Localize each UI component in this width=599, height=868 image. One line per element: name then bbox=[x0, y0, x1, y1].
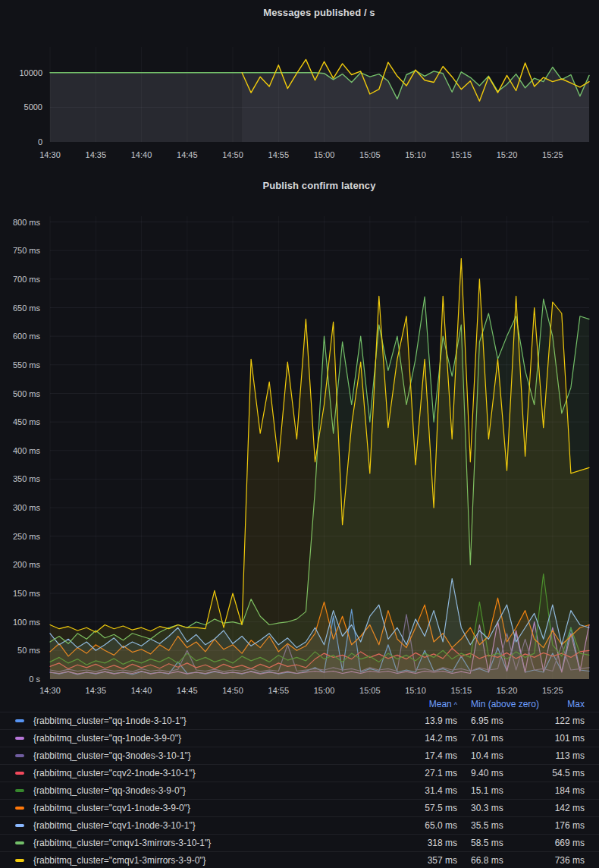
x-tick-label: 15:15 bbox=[451, 150, 472, 159]
x-tick-label: 15:00 bbox=[314, 686, 335, 695]
stat-max: 142 ms bbox=[541, 803, 585, 813]
time-series-charts[interactable]: 050001000014:3014:3514:4014:4514:5014:55… bbox=[0, 0, 599, 697]
legend-row[interactable]: {rabbitmq_cluster="cqv1-1node-3-10-1"}65… bbox=[0, 816, 599, 834]
stat-min: 30.3 ms bbox=[457, 803, 541, 813]
series-label[interactable]: {rabbitmq_cluster="cqv1-1node-3-10-1"} bbox=[15, 820, 390, 831]
y-tick-label: 600 ms bbox=[13, 332, 41, 341]
grafana-dashboard: Messages published / s Publish confirm l… bbox=[0, 0, 599, 868]
y-tick-label: 550 ms bbox=[13, 360, 41, 370]
stat-min: 7.01 ms bbox=[457, 733, 541, 744]
stat-mean: 57.5 ms bbox=[390, 803, 457, 813]
series-label-text: {rabbitmq_cluster="cqv1-1node-3-10-1"} bbox=[33, 820, 196, 831]
legend-header-row: Mean^ Min (above zero) Max bbox=[0, 697, 599, 712]
stat-min: 15.1 ms bbox=[457, 785, 541, 796]
series-color-swatch bbox=[15, 737, 24, 740]
y-tick-label: 150 ms bbox=[13, 589, 41, 598]
stat-min: 9.40 ms bbox=[457, 768, 541, 778]
stat-max: 54.5 ms bbox=[541, 768, 585, 778]
legend-row[interactable]: {rabbitmq_cluster="cmqv1-3mirrors-3-9-0"… bbox=[0, 851, 599, 868]
series-color-swatch bbox=[15, 807, 24, 810]
y-tick-label: 100 ms bbox=[13, 618, 41, 627]
x-tick-label: 14:45 bbox=[177, 150, 198, 159]
legend-row[interactable]: {rabbitmq_cluster="cqv2-1node-3-10-1"}27… bbox=[0, 764, 599, 782]
stat-min: 6.95 ms bbox=[457, 715, 541, 726]
x-tick-label: 15:25 bbox=[542, 686, 563, 695]
legend-rows: {rabbitmq_cluster="qq-1node-3-10-1"}13.9… bbox=[0, 712, 599, 868]
series-fill-messages-yellow bbox=[242, 59, 589, 142]
legend-header-mean[interactable]: Mean^ bbox=[390, 699, 457, 709]
stat-max: 122 ms bbox=[541, 715, 585, 726]
stat-mean: 13.9 ms bbox=[390, 715, 457, 726]
y-tick-label: 0 bbox=[38, 137, 42, 146]
x-tick-label: 15:05 bbox=[359, 150, 381, 159]
series-label-text: {rabbitmq_cluster="cqv2-1node-3-10-1"} bbox=[33, 768, 196, 778]
stat-max: 101 ms bbox=[541, 733, 585, 744]
series-label[interactable]: {rabbitmq_cluster="cqv2-1node-3-10-1"} bbox=[15, 768, 390, 778]
legend-row[interactable]: {rabbitmq_cluster="qq-3nodes-3-10-1"}17.… bbox=[0, 747, 599, 764]
legend-table: Mean^ Min (above zero) Max {rabbitmq_clu… bbox=[0, 697, 599, 868]
series-color-swatch bbox=[15, 719, 24, 722]
y-tick-label: 10000 bbox=[19, 68, 42, 77]
y-tick-label: 750 ms bbox=[13, 246, 41, 255]
y-tick-label: 5000 bbox=[24, 102, 42, 112]
stat-mean: 65.0 ms bbox=[390, 820, 457, 831]
series-label-text: {rabbitmq_cluster="qq-1node-3-9-0"} bbox=[33, 733, 181, 744]
legend-header-min[interactable]: Min (above zero) bbox=[457, 699, 541, 709]
y-tick-label: 200 ms bbox=[13, 560, 41, 569]
stat-max: 184 ms bbox=[541, 785, 585, 796]
stat-min: 35.5 ms bbox=[457, 820, 541, 831]
x-tick-label: 15:10 bbox=[405, 150, 426, 159]
x-tick-label: 14:35 bbox=[86, 686, 107, 695]
y-tick-label: 700 ms bbox=[13, 275, 41, 284]
legend-row[interactable]: {rabbitmq_cluster="qq-3nodes-3-9-0"}31.4… bbox=[0, 782, 599, 799]
stat-max: 669 ms bbox=[541, 838, 585, 848]
legend-row[interactable]: {rabbitmq_cluster="qq-1node-3-10-1"}13.9… bbox=[0, 712, 599, 729]
series-color-swatch bbox=[15, 772, 24, 775]
x-tick-label: 14:45 bbox=[177, 686, 198, 695]
x-tick-label: 15:05 bbox=[359, 686, 381, 695]
legend-row[interactable]: {rabbitmq_cluster="qq-1node-3-9-0"}14.2 … bbox=[0, 729, 599, 747]
y-tick-label: 250 ms bbox=[13, 532, 41, 541]
series-color-swatch bbox=[15, 789, 24, 792]
series-color-swatch bbox=[15, 824, 24, 827]
y-tick-label: 350 ms bbox=[13, 474, 41, 483]
series-label[interactable]: {rabbitmq_cluster="qq-1node-3-10-1"} bbox=[15, 715, 390, 726]
x-tick-label: 15:25 bbox=[542, 150, 563, 159]
legend-header-max[interactable]: Max bbox=[541, 699, 585, 709]
stat-min: 66.8 ms bbox=[457, 855, 541, 866]
series-label-text: {rabbitmq_cluster="cmqv1-3mirrors-3-10-1… bbox=[33, 838, 211, 848]
series-label[interactable]: {rabbitmq_cluster="qq-1node-3-9-0"} bbox=[15, 733, 390, 744]
series-label[interactable]: {rabbitmq_cluster="cmqv1-3mirrors-3-9-0"… bbox=[15, 855, 390, 866]
x-tick-label: 15:15 bbox=[451, 686, 472, 695]
x-tick-label: 14:50 bbox=[222, 686, 243, 695]
legend-row[interactable]: {rabbitmq_cluster="cqv1-1node-3-9-0"}57.… bbox=[0, 799, 599, 816]
series-label-text: {rabbitmq_cluster="qq-1node-3-10-1"} bbox=[33, 715, 187, 726]
y-tick-label: 650 ms bbox=[13, 303, 41, 313]
x-tick-label: 14:40 bbox=[131, 150, 152, 159]
stat-mean: 27.1 ms bbox=[390, 768, 457, 778]
series-label[interactable]: {rabbitmq_cluster="cmqv1-3mirrors-3-10-1… bbox=[15, 838, 390, 848]
series-color-swatch bbox=[15, 859, 24, 862]
series-label-text: {rabbitmq_cluster="cmqv1-3mirrors-3-9-0"… bbox=[33, 855, 206, 866]
legend-row[interactable]: {rabbitmq_cluster="cmqv1-3mirrors-3-10-1… bbox=[0, 834, 599, 851]
x-tick-label: 15:20 bbox=[497, 686, 518, 695]
x-tick-label: 14:40 bbox=[131, 686, 152, 695]
y-tick-label: 400 ms bbox=[13, 446, 41, 455]
stat-mean: 318 ms bbox=[390, 838, 457, 848]
y-tick-label: 300 ms bbox=[13, 503, 41, 512]
series-color-swatch bbox=[15, 754, 24, 757]
y-tick-label: 50 ms bbox=[17, 646, 40, 655]
series-label[interactable]: {rabbitmq_cluster="qq-3nodes-3-10-1"} bbox=[15, 750, 390, 761]
stat-mean: 357 ms bbox=[390, 855, 457, 866]
stat-mean: 31.4 ms bbox=[390, 785, 457, 796]
series-label[interactable]: {rabbitmq_cluster="cqv1-1node-3-9-0"} bbox=[15, 803, 390, 813]
series-label-text: {rabbitmq_cluster="qq-3nodes-3-9-0"} bbox=[33, 785, 186, 796]
series-label-text: {rabbitmq_cluster="qq-3nodes-3-10-1"} bbox=[33, 750, 191, 761]
x-tick-label: 14:55 bbox=[268, 150, 290, 159]
stat-max: 736 ms bbox=[541, 855, 585, 866]
series-fill-cmqv1-3mirrors-3-9-0 bbox=[50, 259, 589, 679]
x-tick-label: 15:20 bbox=[497, 150, 518, 159]
x-tick-label: 14:35 bbox=[86, 150, 107, 159]
series-label[interactable]: {rabbitmq_cluster="qq-3nodes-3-9-0"} bbox=[15, 785, 390, 796]
x-tick-label: 14:30 bbox=[39, 686, 61, 695]
